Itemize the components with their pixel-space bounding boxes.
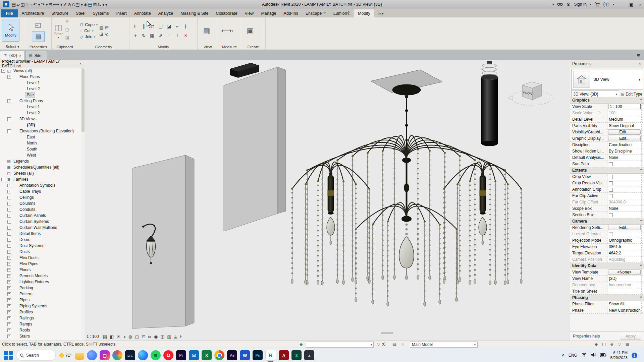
wifi-icon[interactable] bbox=[581, 352, 587, 358]
spotify-icon[interactable]: ≋ bbox=[151, 350, 161, 360]
acrobat-icon[interactable]: A bbox=[279, 350, 289, 360]
wall-opening-icon[interactable]: ⊞ bbox=[105, 25, 109, 30]
chat-app-icon[interactable] bbox=[87, 350, 97, 360]
rotate-icon[interactable]: ↻ bbox=[142, 33, 146, 38]
sign-in-caret-icon[interactable]: ▾ bbox=[590, 3, 592, 6]
tree-expand-icon[interactable]: - bbox=[7, 75, 11, 79]
property-row[interactable]: Default Analysis... None bbox=[570, 155, 644, 161]
tree-expand-icon[interactable]: + bbox=[7, 184, 11, 187]
tree-expand-icon[interactable]: - bbox=[7, 129, 11, 133]
tree-expand-icon[interactable]: + bbox=[7, 262, 11, 266]
drawing-canvas[interactable]: FRONT 1 : 100 ▤◧☀◑◍▢⊡∞◉◫▥◬⊦ bbox=[85, 60, 570, 341]
property-row[interactable]: Dependency Independent bbox=[570, 282, 644, 288]
crop-region-icon[interactable]: ⊡ bbox=[142, 334, 145, 339]
customize-qat-icon[interactable]: ▾ bbox=[105, 2, 108, 7]
offset-icon[interactable]: ∥ bbox=[143, 23, 145, 29]
analytical-model-icon[interactable]: ◬ bbox=[174, 334, 177, 339]
instagram-icon[interactable]: ▢ bbox=[100, 350, 110, 360]
default-3d-view-icon[interactable]: ◳ ▾ bbox=[75, 2, 83, 7]
tree-expand-icon[interactable]: + bbox=[7, 298, 11, 302]
property-row[interactable]: Phasing ^ bbox=[570, 295, 644, 301]
property-row[interactable]: Rendering Setti... Edit... bbox=[570, 225, 644, 231]
tree-item[interactable]: - 3D Views bbox=[0, 116, 81, 122]
properties-help-link[interactable]: Properties help bbox=[573, 334, 600, 339]
tree-item[interactable]: + Profiles bbox=[0, 309, 81, 315]
tab-steel[interactable]: Steel bbox=[72, 9, 89, 17]
property-row[interactable]: Camera ^ bbox=[570, 218, 644, 225]
tree-item[interactable]: + Cable Trays bbox=[0, 188, 81, 194]
tree-item[interactable]: + Detail Items bbox=[0, 231, 81, 237]
beam-icon[interactable]: ▨ bbox=[99, 25, 103, 30]
tree-expand-icon[interactable]: + bbox=[7, 286, 11, 290]
battery-icon[interactable] bbox=[600, 352, 606, 358]
tree-item[interactable]: ◫ Sheets (all) bbox=[0, 170, 81, 176]
tree-item[interactable]: Level 1 bbox=[0, 104, 81, 110]
close-view-tab-icon[interactable]: × bbox=[19, 54, 21, 58]
search-icon[interactable] bbox=[557, 2, 563, 7]
temporary-view-properties-icon[interactable]: ▥ bbox=[167, 334, 171, 339]
tree-expand-icon[interactable]: + bbox=[7, 250, 11, 254]
tab-modify[interactable]: Modify bbox=[354, 9, 374, 17]
tree-expand-icon[interactable]: + bbox=[7, 268, 11, 272]
tree-item[interactable]: - Ceiling Plans bbox=[0, 98, 81, 104]
tree-item[interactable]: - ⊞ Families bbox=[0, 176, 81, 182]
weather-widget[interactable]: 71° bbox=[59, 353, 71, 358]
tab-lumion[interactable]: Lumion® bbox=[330, 9, 354, 17]
status-exclude-options-icon[interactable]: ▢ bbox=[602, 342, 606, 347]
tree-item[interactable]: + Stairs bbox=[0, 333, 81, 339]
paint-icon[interactable]: ◪ bbox=[99, 32, 103, 37]
tree-expand-icon[interactable]: + bbox=[7, 292, 11, 296]
tree-item[interactable]: + Curtain Systems bbox=[0, 219, 81, 225]
view-tab-site[interactable]: ▤ Site bbox=[25, 51, 47, 60]
after-effects-icon[interactable]: Ae bbox=[227, 350, 237, 360]
property-row[interactable]: Phase Filter Show All bbox=[570, 301, 644, 307]
tree-expand-icon[interactable]: + bbox=[7, 220, 11, 224]
language-indicator[interactable]: ENG bbox=[569, 353, 577, 358]
view-tools-icon[interactable]: ▦ bbox=[200, 19, 214, 43]
tab-addins[interactable]: Add-Ins bbox=[280, 9, 302, 17]
measure-icon[interactable]: ⟷ ▾ bbox=[53, 2, 63, 7]
tree-expand-icon[interactable]: + bbox=[7, 226, 11, 230]
tree-expand-icon[interactable]: + bbox=[7, 190, 11, 193]
open-file-icon[interactable]: ▱ bbox=[16, 2, 20, 7]
edge-browser-icon[interactable] bbox=[138, 350, 148, 360]
trim-extend-icon[interactable]: ⌐ bbox=[176, 23, 178, 29]
tree-item[interactable]: + Ceilings bbox=[0, 194, 81, 200]
tree-item[interactable]: + Flex Ducts bbox=[0, 255, 81, 261]
viewcube[interactable]: FRONT bbox=[508, 82, 552, 105]
tree-item[interactable]: Level 2 bbox=[0, 86, 81, 92]
tree-expand-icon[interactable]: - bbox=[7, 117, 11, 121]
undo-icon[interactable]: ↶ ▾ bbox=[33, 2, 41, 7]
tree-expand-icon[interactable]: - bbox=[1, 69, 5, 73]
property-row[interactable]: Target Elevation 4642.2 bbox=[570, 250, 644, 256]
property-row[interactable]: View Scale 1 : 100 bbox=[570, 104, 644, 110]
tree-expand-icon[interactable]: + bbox=[7, 196, 11, 199]
tab-architecture[interactable]: Architecture bbox=[18, 9, 48, 17]
type-selector-caret-icon[interactable]: ▾ bbox=[639, 78, 643, 81]
tree-expand-icon[interactable]: + bbox=[7, 322, 11, 326]
dark-app-icon[interactable]: ▲ bbox=[304, 350, 314, 360]
tree-item[interactable]: + Generic Models bbox=[0, 273, 81, 279]
lightroom-icon[interactable]: LrC bbox=[125, 350, 135, 360]
editable-only-icon[interactable]: ◫ bbox=[400, 342, 404, 347]
edit-type-button[interactable]: ⊞ Edit Type bbox=[621, 92, 643, 97]
scrollbar-thumb[interactable] bbox=[82, 68, 85, 132]
tree-item[interactable]: + Ducts bbox=[0, 249, 81, 255]
view-tabs-menu-icon[interactable]: ≡ bbox=[633, 52, 644, 60]
tree-item[interactable]: + Flex Pipes bbox=[0, 261, 81, 267]
tree-expand-icon[interactable]: + bbox=[7, 208, 11, 212]
status-worksharing-icon[interactable]: ◆ bbox=[595, 342, 598, 347]
tree-item[interactable]: - Floor Plans bbox=[0, 74, 81, 80]
tree-expand-icon[interactable]: - bbox=[7, 99, 11, 103]
close-project-browser-icon[interactable]: × bbox=[78, 61, 83, 66]
tab-analyze[interactable]: Analyze bbox=[155, 9, 177, 17]
cut-geometry-button[interactable]: ◌ Cut ▾ bbox=[80, 28, 98, 33]
canvas-scroll-thumb[interactable] bbox=[381, 333, 393, 334]
unpin-icon[interactable]: ⊥ bbox=[175, 33, 179, 38]
panel-display-options-icon[interactable]: ▭ ▾ bbox=[374, 10, 387, 17]
property-row[interactable]: Annotation Crop bbox=[570, 186, 644, 193]
tree-item[interactable]: East bbox=[0, 134, 81, 140]
sync-with-central-icon[interactable]: ⟳ ▾ bbox=[25, 2, 33, 7]
join-geometry-button[interactable]: ◇ Join ▾ bbox=[80, 35, 98, 39]
tree-expand-icon[interactable]: + bbox=[7, 304, 11, 308]
